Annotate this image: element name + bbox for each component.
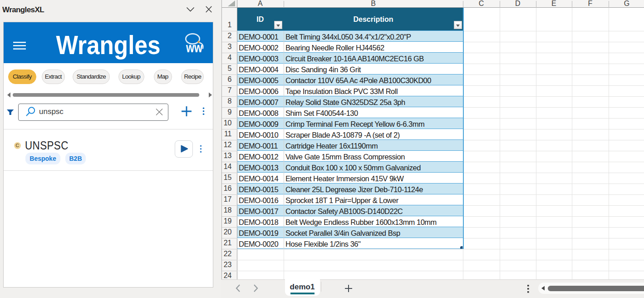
svg-text:ww: ww xyxy=(186,40,202,54)
